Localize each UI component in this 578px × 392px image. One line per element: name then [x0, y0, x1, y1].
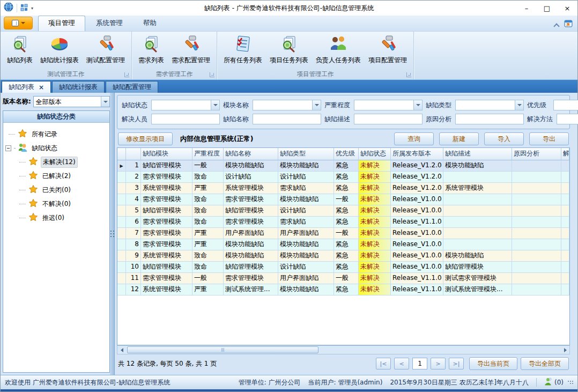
filter-input-defect-type[interactable]	[456, 100, 515, 110]
page-number-input[interactable]	[412, 358, 427, 369]
scrollbar-thumb[interactable]	[127, 346, 318, 353]
help-icon[interactable]	[564, 19, 573, 31]
last-page-button[interactable]: >|	[449, 358, 464, 369]
filter-input-severity[interactable]	[354, 100, 413, 110]
doc-tab-defect-config[interactable]: 缺陷配置管理	[106, 81, 158, 93]
filter-text-defect-name[interactable]	[253, 114, 321, 124]
ribbon-button-requirement-list[interactable]: 需求列表	[135, 34, 167, 66]
ribbon-button-project-task-list[interactable]: 项目任务列表	[266, 34, 312, 66]
sidebar-splitter[interactable]	[110, 93, 114, 375]
filter-input-solution[interactable]	[557, 114, 578, 124]
horizontal-scrollbar[interactable]	[117, 345, 570, 354]
ribbon-button-defect-report[interactable]: 缺陷统计报表	[37, 34, 82, 66]
table-row[interactable]: 2需求管理模块致命设计缺陷设计缺陷紧急未解决Release_V1.2.0	[117, 172, 569, 183]
filter-dropdown-button[interactable]	[312, 100, 321, 110]
ribbon-tab-system-mgmt[interactable]: 系统管理	[86, 16, 132, 31]
filter-dropdown-button[interactable]	[413, 100, 422, 110]
filter-input-defect-desc[interactable]	[354, 114, 422, 124]
table-row[interactable]: 4需求管理模块致命需求管理模块模块功能缺陷一般未解决Release_V1.0.0	[117, 194, 569, 205]
grid-header-解决方法[interactable]: 解决方法	[561, 148, 569, 160]
export-button[interactable]: 导出	[529, 132, 569, 145]
dialog-launcher-icon[interactable]	[406, 72, 411, 77]
filter-dropdown-severity[interactable]	[354, 100, 423, 110]
quick-access-icon[interactable]	[20, 3, 28, 13]
filter-input-module-name[interactable]	[253, 100, 312, 110]
version-combobox[interactable]: 全部版本	[33, 96, 110, 107]
ribbon-collapse-icon[interactable]	[554, 22, 559, 27]
table-row[interactable]: ▶1缺陷管理模块一般模块功能缺陷模块功能缺陷紧急未解决Release_V1.2.…	[117, 160, 569, 172]
tree-item-defect-status[interactable]: 缺陷状态	[5, 141, 107, 155]
quick-access-dropdown-icon[interactable]: ▾	[31, 6, 33, 11]
table-row[interactable]: 6需求管理模块致命需求管理模块需求缺陷紧急未解决Release_V1.1.0	[117, 217, 569, 228]
filter-dropdown-defect-type[interactable]	[455, 100, 524, 110]
dialog-launcher-icon[interactable]	[210, 72, 214, 77]
table-row[interactable]: 8需求管理模块严重模块功能缺陷模块功能缺陷紧急未解决Release_V1.0.0	[117, 239, 569, 250]
filter-text-solution[interactable]	[557, 114, 578, 124]
filter-input-priority[interactable]	[554, 100, 578, 110]
filter-dropdown-button[interactable]	[211, 100, 219, 110]
tree-item-resolved[interactable]: 已解决(2)	[5, 169, 107, 183]
ribbon-button-all-task-list[interactable]: 所有任务列表	[220, 34, 265, 66]
next-page-button[interactable]: >	[431, 358, 446, 369]
filter-dropdown-defect-status[interactable]	[151, 100, 220, 110]
export-current-page-button[interactable]: 导出当前页	[469, 357, 517, 370]
query-button[interactable]: 查询	[394, 132, 434, 145]
table-row[interactable]: 11需求管理模块一般需求管理模块用户界面缺陷一般未解决Release_V1.1.…	[117, 273, 569, 284]
maximize-button[interactable]: □	[537, 1, 557, 16]
dialog-launcher-icon[interactable]	[124, 72, 129, 77]
filter-input-resolver[interactable]	[152, 114, 219, 124]
tree-item-all-records[interactable]: 所有记录	[5, 127, 107, 141]
prev-page-button[interactable]: <	[394, 358, 409, 369]
ribbon-button-requirement-config[interactable]: 需求配置管理	[168, 34, 213, 66]
minimize-button[interactable]: –	[516, 1, 537, 16]
ribbon-tab-project-mgmt[interactable]: 项目管理	[38, 16, 85, 31]
grid-header-原因分析[interactable]: 原因分析	[512, 148, 561, 160]
grid-header-缺陷状态[interactable]: 缺陷状态	[359, 148, 391, 160]
application-menu-button[interactable]	[4, 17, 33, 29]
table-row[interactable]: 10缺陷管理模块致命缺陷管理模块设计缺陷紧急未解决Release_V1.0.0缺…	[117, 262, 569, 273]
import-button[interactable]: 导入	[484, 132, 524, 145]
filter-input-cause-analysis[interactable]	[456, 114, 523, 124]
close-tab-icon[interactable]: ×	[39, 84, 44, 91]
filter-text-cause-analysis[interactable]	[455, 114, 524, 124]
tree-item-closed[interactable]: 已关闭(0)	[5, 183, 107, 197]
table-row[interactable]: 5缺陷管理模块致命缺陷管理模块设计缺陷紧急未解决Release_V1.0.0	[117, 205, 569, 217]
grid-header-优先级[interactable]: 优先级	[334, 148, 359, 160]
filter-input-defect-name[interactable]	[253, 114, 321, 124]
modify-columns-button[interactable]: 修改显示项目	[118, 132, 173, 145]
close-button[interactable]: ×	[557, 1, 577, 16]
tree-item-wont-fix[interactable]: 不解决(0)	[5, 197, 107, 211]
tree-expand-icon[interactable]	[5, 145, 11, 151]
first-page-button[interactable]: |<	[376, 358, 391, 369]
tree-item-unresolved[interactable]: 未解决(12)	[5, 155, 107, 169]
ribbon-button-defect-list[interactable]: 缺陷列表	[4, 34, 36, 66]
filter-text-defect-desc[interactable]	[354, 114, 423, 124]
ribbon-button-project-config[interactable]: 项目配置管理	[365, 34, 410, 66]
table-row[interactable]: 3系统管理模块严重系统管理模块需求缺陷紧急未解决Release_V1.2.0系统…	[117, 183, 569, 194]
new-button[interactable]: 新建	[439, 132, 479, 145]
table-row[interactable]: 12系统管理模块严重测试系统管理...模块功能缺陷紧急未解决Release_V1…	[117, 284, 569, 295]
ribbon-button-owner-task-list[interactable]: 负责人任务列表	[313, 34, 364, 66]
scroll-left-icon[interactable]	[117, 346, 126, 354]
filter-dropdown-button[interactable]	[515, 100, 523, 110]
table-row[interactable]: 7需求管理模块严重用户界面缺陷用户界面缺陷一般未解决Release_V1.0.0	[117, 228, 569, 239]
doc-tab-defect-report[interactable]: 缺陷统计报表	[52, 81, 105, 93]
ribbon-tab-help[interactable]: 帮助	[134, 16, 166, 31]
grid-header-缺陷描述[interactable]: 缺陷描述	[443, 148, 512, 160]
filter-dropdown-priority[interactable]	[553, 100, 578, 110]
filter-input-defect-status[interactable]	[152, 100, 211, 110]
grid-header-缺陷名称[interactable]: 缺陷名称	[224, 148, 278, 160]
doc-tab-defect-list[interactable]: 缺陷列表×	[2, 81, 51, 93]
grid-header-所属发布版本[interactable]: 所属发布版本	[391, 148, 443, 160]
filter-dropdown-module-name[interactable]	[253, 100, 321, 110]
messages-indicator[interactable]: (0)	[544, 378, 564, 387]
version-dropdown-button[interactable]	[101, 97, 109, 107]
filter-text-resolver[interactable]	[151, 114, 220, 124]
grid-header-严重程度[interactable]: 严重程度	[192, 148, 224, 160]
scroll-right-icon[interactable]	[561, 346, 569, 354]
grid-header-缺陷模块[interactable]: 缺陷模块	[141, 148, 192, 160]
tree-item-postponed[interactable]: 推迟(0)	[5, 211, 107, 225]
export-all-pages-button[interactable]: 导出全部页	[521, 357, 569, 370]
scrollbar-track[interactable]	[126, 346, 561, 354]
grid-header-缺陷类型[interactable]: 缺陷类型	[278, 148, 334, 160]
